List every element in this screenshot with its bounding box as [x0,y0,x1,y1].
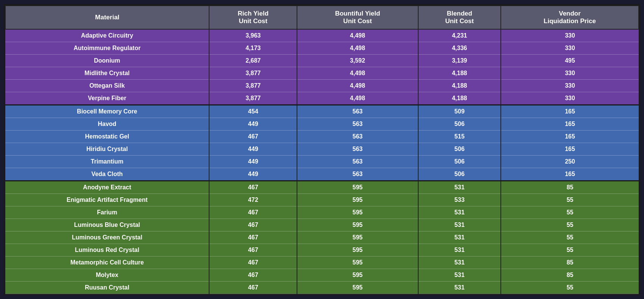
cell-material: Havod [5,118,209,130]
cell-blended: 531 [418,256,501,269]
cell-rich: 2,687 [209,54,297,67]
cell-rich: 467 [209,206,297,219]
cell-material: Hemostatic Gel [5,130,209,143]
cell-bountiful: 3,592 [297,54,418,67]
cell-blended: 4,188 [418,79,501,92]
cell-vendor: 165 [501,143,639,155]
cell-rich: 467 [209,231,297,244]
table-row: Farium46759553155 [5,206,639,219]
cell-bountiful: 595 [297,244,418,256]
cell-rich: 3,877 [209,92,297,105]
cell-rich: 467 [209,256,297,269]
col-vendor: VendorLiquidation Price [501,6,639,29]
cell-bountiful: 4,498 [297,92,418,105]
cell-bountiful: 595 [297,269,418,281]
main-table-wrapper: Material Rich YieldUnit Cost Bountiful Y… [4,4,640,295]
cell-rich: 467 [209,181,297,194]
cell-rich: 3,963 [209,29,297,42]
cell-rich: 3,877 [209,79,297,92]
cell-blended: 3,139 [418,54,501,67]
table-row: Hiridiu Crystal449563506165 [5,143,639,155]
cell-bountiful: 595 [297,256,418,269]
cell-blended: 531 [418,206,501,219]
cell-material: Adaptive Circuitry [5,29,209,42]
cell-material: Molytex [5,269,209,281]
cell-vendor: 85 [501,256,639,269]
cell-material: Farium [5,206,209,219]
cell-rich: 449 [209,155,297,168]
cell-material: Verpine Fiber [5,92,209,105]
table-row: Autoimmune Regulator4,1734,4984,336330 [5,42,639,54]
cell-material: Trimantium [5,155,209,168]
cell-blended: 506 [418,118,501,130]
cell-blended: 4,188 [418,67,501,79]
cell-rich: 449 [209,118,297,130]
cell-material: Biocell Memory Core [5,105,209,118]
cell-blended: 4,336 [418,42,501,54]
cell-bountiful: 563 [297,118,418,130]
cell-blended: 515 [418,130,501,143]
cell-blended: 531 [418,244,501,256]
cell-vendor: 330 [501,79,639,92]
cell-vendor: 55 [501,244,639,256]
cell-vendor: 165 [501,168,639,181]
cell-bountiful: 4,498 [297,29,418,42]
cell-blended: 531 [418,231,501,244]
cell-material: Luminous Red Crystal [5,244,209,256]
cell-vendor: 55 [501,231,639,244]
table-row: Doonium2,6873,5923,139495 [5,54,639,67]
cell-blended: 506 [418,168,501,181]
cell-material: Luminous Green Crystal [5,231,209,244]
cell-bountiful: 563 [297,143,418,155]
table-row: Metamorphic Cell Culture46759553185 [5,256,639,269]
cell-vendor: 250 [501,155,639,168]
table-row: Verpine Fiber3,8774,4984,188330 [5,92,639,105]
cell-vendor: 495 [501,54,639,67]
pricing-table: Material Rich YieldUnit Cost Bountiful Y… [5,5,639,294]
table-row: Ruusan Crystal46759553155 [5,281,639,294]
cell-material: Hiridiu Crystal [5,143,209,155]
cell-material: Autoimmune Regulator [5,42,209,54]
cell-vendor: 330 [501,42,639,54]
cell-bountiful: 4,498 [297,67,418,79]
col-bountiful-yield: Bountiful YieldUnit Cost [297,6,418,29]
cell-rich: 4,173 [209,42,297,54]
cell-vendor: 55 [501,194,639,206]
cell-material: Metamorphic Cell Culture [5,256,209,269]
cell-bountiful: 563 [297,155,418,168]
cell-rich: 467 [209,244,297,256]
table-row: Midlithe Crystal3,8774,4984,188330 [5,67,639,79]
cell-rich: 467 [209,219,297,231]
cell-vendor: 85 [501,181,639,194]
cell-vendor: 55 [501,206,639,219]
cell-vendor: 165 [501,130,639,143]
col-blended: BlendedUnit Cost [418,6,501,29]
cell-vendor: 330 [501,67,639,79]
cell-rich: 449 [209,143,297,155]
cell-blended: 533 [418,194,501,206]
cell-vendor: 330 [501,92,639,105]
cell-bountiful: 595 [297,206,418,219]
table-row: Adaptive Circuitry3,9634,4984,231330 [5,29,639,42]
cell-bountiful: 595 [297,231,418,244]
cell-material: Ruusan Crystal [5,281,209,294]
col-material: Material [5,6,209,29]
header-row: Material Rich YieldUnit Cost Bountiful Y… [5,6,639,29]
cell-bountiful: 563 [297,168,418,181]
cell-blended: 531 [418,269,501,281]
table-row: Ottegan Silk3,8774,4984,188330 [5,79,639,92]
table-row: Luminous Green Crystal46759553155 [5,231,639,244]
cell-blended: 531 [418,281,501,294]
cell-vendor: 165 [501,105,639,118]
table-row: Enigmatic Artifact Fragment47259553355 [5,194,639,206]
table-row: Luminous Red Crystal46759553155 [5,244,639,256]
cell-bountiful: 595 [297,281,418,294]
cell-material: Doonium [5,54,209,67]
col-rich-yield: Rich YieldUnit Cost [209,6,297,29]
cell-bountiful: 563 [297,130,418,143]
table-row: Molytex46759553185 [5,269,639,281]
cell-material: Veda Cloth [5,168,209,181]
table-row: Anodyne Extract46759553185 [5,181,639,194]
cell-bountiful: 595 [297,194,418,206]
cell-vendor: 85 [501,269,639,281]
